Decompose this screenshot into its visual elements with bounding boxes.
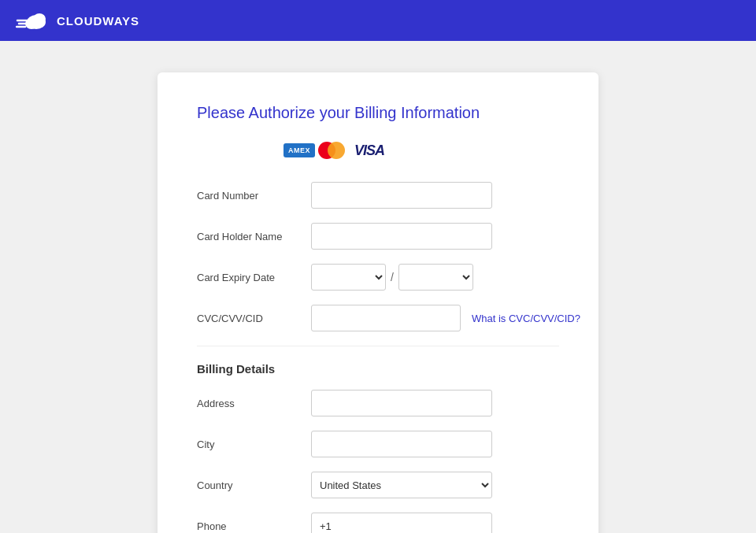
phone-row: Phone xyxy=(197,513,559,533)
country-row: Country United States United Kingdom Can… xyxy=(197,472,559,498)
svg-point-2 xyxy=(33,13,46,24)
phone-input[interactable] xyxy=(311,513,492,533)
card-number-input[interactable] xyxy=(311,182,492,209)
expiry-label: Card Expiry Date xyxy=(197,272,311,283)
card-holder-row: Card Holder Name xyxy=(197,223,559,250)
expiry-year-select[interactable]: 2024202520262027 2028202920302031 203220… xyxy=(398,264,473,291)
city-input[interactable] xyxy=(311,431,492,457)
card-holder-label: Card Holder Name xyxy=(197,231,311,242)
city-row: City xyxy=(197,431,559,457)
visa-logo: VISA xyxy=(354,143,384,159)
expiry-group: 01020304 05060708 09101112 / 20242025202… xyxy=(311,264,473,291)
amex-logo: AMEX xyxy=(284,143,315,157)
cloudways-logo-icon xyxy=(16,9,49,31)
card-logos: AMEX VISA xyxy=(284,141,559,160)
card-holder-input[interactable] xyxy=(311,223,492,250)
page-title: Please Authorize your Billing Informatio… xyxy=(197,104,559,122)
cvc-label: CVC/CVV/CID xyxy=(197,313,311,324)
header: CLOUDWAYS xyxy=(0,0,756,41)
cvc-group: What is CVC/CVV/CID? xyxy=(311,305,580,331)
address-row: Address xyxy=(197,390,559,416)
mc-circle-right xyxy=(328,142,345,159)
header-title: CLOUDWAYS xyxy=(57,14,139,28)
country-label: Country xyxy=(197,479,311,491)
main-content: Please Authorize your Billing Informatio… xyxy=(0,41,756,533)
logo-group: CLOUDWAYS xyxy=(16,9,139,31)
mastercard-logo xyxy=(318,141,348,160)
cvc-row: CVC/CVV/CID What is CVC/CVV/CID? xyxy=(197,305,559,331)
billing-card: Please Authorize your Billing Informatio… xyxy=(158,72,598,533)
billing-section-title: Billing Details xyxy=(197,362,559,376)
country-select[interactable]: United States United Kingdom Canada Aust… xyxy=(311,472,492,498)
cvc-input[interactable] xyxy=(311,305,461,331)
phone-label: Phone xyxy=(197,520,311,532)
expiry-month-select[interactable]: 01020304 05060708 09101112 xyxy=(311,264,386,291)
city-label: City xyxy=(197,439,311,450)
card-number-row: Card Number xyxy=(197,182,559,209)
card-number-label: Card Number xyxy=(197,190,311,202)
expiry-separator: / xyxy=(391,271,394,283)
expiry-row: Card Expiry Date 01020304 05060708 09101… xyxy=(197,264,559,291)
cvc-help-link[interactable]: What is CVC/CVV/CID? xyxy=(472,313,580,324)
address-label: Address xyxy=(197,398,311,409)
section-divider xyxy=(197,346,559,346)
address-input[interactable] xyxy=(311,390,492,416)
